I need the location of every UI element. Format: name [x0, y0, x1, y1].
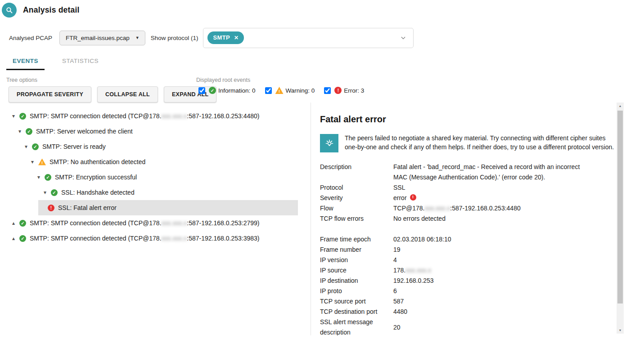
- redacted-ip: xxx.xxx.x: [162, 112, 187, 120]
- tree-row[interactable]: ▾ ✓ SMTP: Encryption successful: [0, 170, 311, 185]
- success-icon: ✓: [26, 128, 32, 135]
- tree-row[interactable]: ▾ ✓ SMTP: SMTP connection detected (TCP@…: [0, 108, 311, 124]
- error-checkbox[interactable]: [324, 87, 331, 94]
- tree-row[interactable]: ▾ ✓ SMTP: Server is ready: [0, 139, 311, 154]
- error-count: Error: 3: [344, 87, 364, 94]
- filter-information: ✓ Information: 0: [198, 87, 256, 94]
- caret-up-icon[interactable]: ▴: [11, 235, 16, 241]
- detail-row-tcp-destination-port: TCP destination port 4480: [320, 307, 617, 317]
- scroll-down-icon[interactable]: ▼: [617, 327, 624, 334]
- tree-row[interactable]: ▾ ! SMTP: No authentication detected: [0, 154, 311, 170]
- search-icon: [2, 3, 17, 18]
- page-header: Analysis detail: [2, 3, 80, 18]
- detail-row-flow: Flow TCP@178.xxx.xxx.x:587-192.168.0.253…: [320, 203, 617, 214]
- panel-scrollbar[interactable]: ▲ ▼: [617, 103, 624, 334]
- success-icon: ✓: [51, 189, 58, 196]
- redacted-ip: xxx.xxx.x: [162, 235, 187, 242]
- success-icon: ✓: [19, 220, 26, 227]
- chip-remove-icon[interactable]: ✕: [234, 35, 239, 40]
- tip-box: The peers failed to negotiate a shared k…: [320, 134, 617, 152]
- tree-row-label: SMTP: SMTP connection detected (TCP@178.…: [30, 219, 259, 227]
- warning-checkbox[interactable]: [265, 87, 272, 94]
- collapse-all-button[interactable]: COLLAPSE ALL: [97, 86, 158, 103]
- tree-row-label: SMTP: SMTP connection detected (TCP@178.…: [30, 112, 259, 120]
- protocol-multiselect[interactable]: SMTP ✕: [203, 28, 414, 48]
- protocol-chip-smtp[interactable]: SMTP ✕: [207, 31, 244, 44]
- propagate-severity-button[interactable]: PROPAGATE SEVERITY: [9, 86, 91, 103]
- detail-row-severity: Severity error!: [320, 193, 617, 203]
- success-icon: ✓: [45, 174, 51, 181]
- detail-row-ssl-alert-message-description: SSL alert message description 20: [320, 317, 617, 335]
- redacted-ip: xxx.xxx.x: [424, 205, 450, 212]
- redacted-ip: xxx.xxx.x: [405, 267, 431, 274]
- success-icon: ✓: [19, 113, 26, 120]
- page-title: Analysis detail: [23, 5, 80, 15]
- redacted-ip: xxx.xxx.x: [162, 219, 187, 227]
- analysis-detail-page: Analysis detail Analysed PCAP FTR_email-…: [0, 0, 644, 348]
- show-protocol-label: Show protocol (1): [151, 35, 198, 41]
- caret-down-icon[interactable]: ▾: [30, 159, 35, 165]
- pcap-select[interactable]: FTR_email-issues.pcap ▼: [59, 31, 145, 45]
- detail-title: Fatal alert error: [320, 114, 617, 125]
- detail-row-tcp-flow-errors: TCP flow errors No errors detected: [320, 214, 617, 224]
- detail-row-tcp-source-port: TCP source port 587: [320, 296, 617, 307]
- dropdown-arrow-icon: ▼: [135, 36, 140, 40]
- displayed-root-events-label: Displayed root events: [196, 77, 250, 83]
- tab-events[interactable]: EVENTS: [6, 56, 45, 70]
- event-detail-panel: Fatal alert error The peers failed to ne…: [311, 103, 617, 335]
- pcap-select-value: FTR_email-issues.pcap: [66, 35, 130, 41]
- caret-up-icon[interactable]: ▴: [11, 220, 16, 226]
- tab-bar: EVENTS STATISTICS: [6, 56, 105, 70]
- chevron-down-icon[interactable]: [400, 35, 406, 41]
- detail-row-ip-version: IP version 4: [320, 255, 617, 265]
- tree-row[interactable]: ▾ ✓ SSL: Handshake detected: [0, 185, 311, 200]
- warning-icon: !: [38, 159, 46, 165]
- tree-row-label: SMTP: Server welcomed the client: [36, 128, 133, 135]
- success-icon: ✓: [32, 143, 39, 150]
- tree-row-label: SSL: Handshake detected: [61, 189, 135, 196]
- detail-row-description: Description Fatal alert - 'bad_record_ma…: [320, 162, 617, 183]
- main-area: ▾ ✓ SMTP: SMTP connection detected (TCP@…: [0, 103, 644, 335]
- tree-row-selected[interactable]: ! SSL: Fatal alert error: [38, 200, 298, 215]
- tree-row-label: SMTP: Server is ready: [42, 143, 106, 150]
- tree-row-label: SSL: Fatal alert error: [58, 204, 117, 211]
- tab-statistics[interactable]: STATISTICS: [56, 56, 105, 70]
- caret-down-icon[interactable]: ▾: [11, 113, 16, 119]
- tree-row[interactable]: ▴ ✓ SMTP: SMTP connection detected (TCP@…: [0, 215, 311, 231]
- scroll-up-icon[interactable]: ▲: [617, 103, 624, 109]
- detail-row-frame-number: Frame number 19: [320, 245, 617, 255]
- detail-row-ip-destination: IP destination 192.168.0.253: [320, 276, 617, 286]
- detail-row-ip-source: IP source 178.xxx.xxx.x: [320, 265, 617, 276]
- tip-text: The peers failed to negotiate a shared k…: [345, 134, 615, 152]
- detail-row-protocol: Protocol SSL: [320, 183, 617, 193]
- filter-error: ! Error: 3: [324, 87, 364, 94]
- information-checkbox[interactable]: [198, 87, 205, 94]
- warning-count: Warning: 0: [286, 87, 315, 94]
- scrollbar-thumb[interactable]: [617, 111, 623, 303]
- analysed-pcap-label: Analysed PCAP: [9, 35, 52, 41]
- caret-down-icon[interactable]: ▾: [23, 143, 29, 150]
- tree-row-label: SMTP: No authentication detected: [50, 158, 145, 165]
- tree-row[interactable]: ▴ ✓ SMTP: SMTP connection detected (TCP@…: [0, 231, 311, 246]
- protocol-chip-label: SMTP: [213, 34, 230, 41]
- lightbulb-icon: [320, 134, 338, 152]
- tree-row-label: SMTP: Encryption successful: [55, 174, 137, 181]
- caret-down-icon[interactable]: ▾: [17, 128, 23, 134]
- detail-row-ip-proto: IP proto 6: [320, 286, 617, 296]
- error-icon: !: [48, 205, 54, 211]
- detail-spacer: [320, 224, 617, 234]
- caret-down-icon[interactable]: ▾: [36, 174, 41, 180]
- information-icon: ✓: [209, 87, 216, 94]
- controls-row: Analysed PCAP FTR_email-issues.pcap ▼ Sh…: [9, 27, 414, 48]
- tree-option-buttons: PROPAGATE SEVERITY COLLAPSE ALL EXPAND A…: [9, 86, 216, 103]
- detail-row-frame-time-epoch: Frame time epoch 02.03.2018 06:18:10: [320, 234, 617, 245]
- information-count: Information: 0: [218, 87, 256, 94]
- event-tree: ▾ ✓ SMTP: SMTP connection detected (TCP@…: [0, 108, 311, 246]
- filter-warning: ! Warning: 0: [265, 87, 315, 94]
- error-icon: !: [410, 194, 416, 201]
- error-icon: !: [334, 87, 342, 94]
- caret-down-icon[interactable]: ▾: [42, 189, 48, 196]
- tree-row[interactable]: ▾ ✓ SMTP: Server welcomed the client: [0, 124, 311, 139]
- root-event-filters: ✓ Information: 0 ! Warning: 0 ! Error: 3: [198, 87, 364, 94]
- tree-row-label: SMTP: SMTP connection detected (TCP@178.…: [30, 235, 259, 242]
